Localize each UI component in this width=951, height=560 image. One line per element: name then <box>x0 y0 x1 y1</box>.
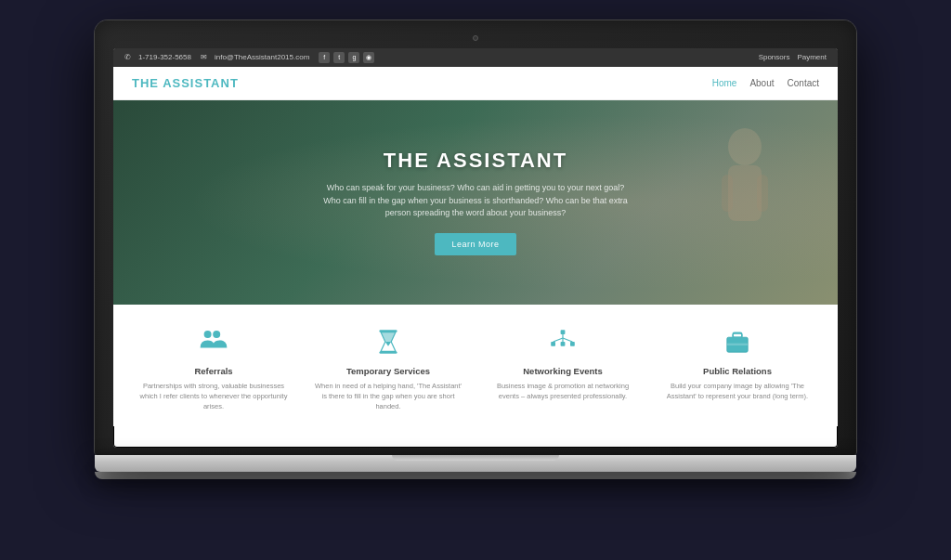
feature-networking: Networking Events Business image & promo… <box>481 323 645 412</box>
feature-referrals-title: Referrals <box>137 366 290 376</box>
svg-line-15 <box>563 338 572 342</box>
feature-referrals-desc: Partnerships with strong, valuable busin… <box>137 381 290 412</box>
hourglass-icon <box>312 323 464 360</box>
nav-links: Home About Contact <box>712 78 819 88</box>
hero-section: THE ASSISTANT Who can speak for your bus… <box>113 100 838 305</box>
svg-point-0 <box>728 128 762 165</box>
feature-referrals: Referrals Partnerships with strong, valu… <box>132 323 295 412</box>
svg-rect-18 <box>733 333 742 337</box>
hero-subtitle: Who can speak for your business? Who can… <box>318 182 633 220</box>
sponsors-link[interactable]: Sponsors <box>759 53 790 61</box>
nav-about[interactable]: About <box>749 78 774 88</box>
svg-rect-1 <box>728 165 762 221</box>
svg-rect-10 <box>551 342 555 346</box>
email-icon: ✉ <box>201 53 207 61</box>
top-bar-left: ✆ 1-719-352-5658 ✉ info@TheAssistant2015… <box>124 52 374 63</box>
hero-content: THE ASSISTANT Who can speak for your bus… <box>280 149 671 255</box>
google-plus-icon[interactable]: g <box>348 52 359 63</box>
feature-pr-desc: Build your company image by allowing 'Th… <box>661 381 814 402</box>
svg-rect-9 <box>561 330 566 334</box>
feature-pr: Public Relations Build your company imag… <box>656 323 819 412</box>
hero-cta-button[interactable]: Learn More <box>435 233 515 255</box>
camera-dot <box>473 35 478 41</box>
svg-rect-19 <box>727 343 748 345</box>
svg-line-14 <box>554 338 563 342</box>
site-logo[interactable]: THE ASSISTANT <box>132 76 239 90</box>
facebook-icon[interactable]: f <box>319 52 330 63</box>
feature-networking-title: Networking Events <box>487 366 639 376</box>
feature-networking-desc: Business image & promotion at networking… <box>487 381 639 402</box>
main-nav: THE ASSISTANT Home About Contact <box>113 67 838 100</box>
nav-home[interactable]: Home <box>712 78 737 88</box>
svg-rect-2 <box>722 175 733 212</box>
laptop-mockup: ✆ 1-719-352-5658 ✉ info@TheAssistant2015… <box>76 20 875 540</box>
screen-bezel: ✆ 1-719-352-5658 ✉ info@TheAssistant2015… <box>95 20 856 455</box>
feature-temp-title: Temporary Services <box>312 366 464 376</box>
screen-inner: ✆ 1-719-352-5658 ✉ info@TheAssistant2015… <box>113 48 838 448</box>
svg-rect-3 <box>757 175 768 212</box>
svg-rect-11 <box>561 342 566 346</box>
hero-title: THE ASSISTANT <box>318 149 633 173</box>
svg-point-4 <box>204 331 212 338</box>
twitter-icon[interactable]: t <box>333 52 345 63</box>
feature-pr-title: Public Relations <box>661 366 814 376</box>
email-contact: ✉ info@TheAssistant2015.com <box>201 53 309 61</box>
rss-icon[interactable]: ◉ <box>363 52 374 63</box>
top-bar-right: Sponsors Payment <box>759 53 827 61</box>
feature-temp-desc: When in need of a helping hand, 'The Ass… <box>312 381 464 412</box>
email-address: info@TheAssistant2015.com <box>215 53 309 61</box>
networking-icon <box>487 323 639 360</box>
phone-number: 1-719-352-5658 <box>138 53 191 61</box>
svg-point-5 <box>213 331 220 338</box>
briefcase-icon <box>661 323 814 360</box>
laptop-body: ✆ 1-719-352-5658 ✉ info@TheAssistant2015… <box>95 20 856 479</box>
phone-contact: ✆ 1-719-352-5658 <box>124 53 191 61</box>
svg-rect-12 <box>570 342 575 346</box>
payment-link[interactable]: Payment <box>797 53 827 61</box>
phone-icon: ✆ <box>124 53 131 61</box>
hero-decoration <box>671 119 782 305</box>
nav-contact[interactable]: Contact <box>788 78 819 88</box>
top-bar: ✆ 1-719-352-5658 ✉ info@TheAssistant2015… <box>113 48 838 67</box>
laptop-bottom <box>95 472 856 479</box>
features-section: Referrals Partnerships with strong, valu… <box>113 305 838 427</box>
website: ✆ 1-719-352-5658 ✉ info@TheAssistant2015… <box>113 48 838 448</box>
feature-temp-services: Temporary Services When in need of a hel… <box>306 323 470 412</box>
social-icons: f t g ◉ <box>319 52 374 63</box>
referrals-icon <box>137 323 290 360</box>
laptop-base <box>95 455 856 472</box>
svg-point-6 <box>218 340 224 345</box>
